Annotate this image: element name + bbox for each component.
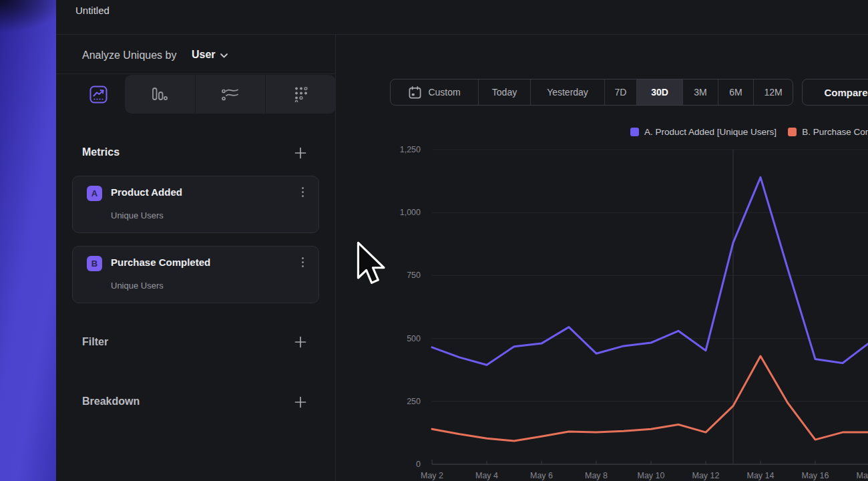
add-filter-button[interactable]	[294, 335, 307, 349]
legend-label: A. Product Added [Unique Users]	[644, 127, 777, 137]
metric-card-a[interactable]: A Product Added Unique Users	[72, 176, 319, 233]
range-30d[interactable]: 30D	[636, 79, 682, 105]
calendar-icon	[408, 86, 422, 100]
range-7d[interactable]: 7D	[604, 79, 636, 105]
analyze-by-dropdown[interactable]: User	[192, 49, 228, 61]
filter-section-title: Filter	[82, 336, 108, 348]
tab-retention[interactable]	[265, 75, 336, 114]
range-today[interactable]: Today	[478, 79, 530, 105]
chevron-down-icon	[220, 53, 228, 58]
range-6m[interactable]: 6M	[718, 79, 753, 105]
analyze-label: Analyze Uniques by	[82, 49, 176, 61]
range-12m[interactable]: 12M	[753, 79, 793, 105]
metric-name[interactable]: Purchase Completed	[111, 257, 210, 268]
bar-chart-icon	[152, 87, 168, 102]
metrics-section-title: Metrics	[82, 146, 120, 158]
metric-name[interactable]: Product Added	[111, 186, 182, 198]
legend-item-a[interactable]: A. Product Added [Unique Users]	[630, 127, 777, 137]
desktop-wallpaper-strip	[0, 0, 56, 481]
tab-flows[interactable]	[195, 75, 266, 114]
breakdown-section-title: Breakdown	[82, 395, 140, 408]
date-range-selector: Custom Today Yesterday 7D 30D 3M 6M 12M	[390, 79, 793, 106]
add-breakdown-button[interactable]	[294, 395, 307, 409]
metric-badge-a: A	[87, 186, 102, 201]
metric-aggregation[interactable]: Unique Users	[111, 281, 164, 291]
line-chart-icon	[89, 86, 107, 104]
metric-badge-b: B	[87, 256, 102, 271]
report-title[interactable]: Untitled	[75, 5, 110, 16]
range-custom[interactable]: Custom	[391, 79, 478, 105]
chart-type-tab-strip	[125, 75, 336, 114]
metric-aggregation[interactable]: Unique Users	[111, 210, 164, 220]
tab-line-chart[interactable]	[72, 75, 125, 114]
range-3m[interactable]: 3M	[682, 79, 718, 105]
range-yesterday[interactable]: Yesterday	[530, 79, 604, 105]
query-builder-panel: Analyze Uniques by User	[56, 35, 336, 481]
top-bar: Untitled	[56, 0, 868, 35]
compare-button[interactable]: Compare	[802, 79, 868, 106]
legend-item-b[interactable]: B. Purchase Completed [Unique Users]	[788, 127, 868, 137]
metric-menu-button[interactable]	[297, 187, 308, 200]
legend-label: B. Purchase Completed [Unique Users]	[802, 127, 868, 137]
legend-swatch-a	[630, 128, 639, 136]
tab-bar-chart[interactable]	[125, 75, 195, 114]
metric-menu-button[interactable]	[297, 257, 308, 271]
flows-icon	[222, 87, 239, 102]
metric-card-b[interactable]: B Purchase Completed Unique Users	[72, 246, 319, 303]
legend-swatch-b	[788, 128, 797, 136]
add-metric-button[interactable]	[294, 146, 307, 160]
retention-grid-icon	[294, 86, 308, 102]
chart-legend: A. Product Added [Unique Users] B. Purch…	[630, 127, 868, 137]
analyze-by-value: User	[192, 49, 216, 61]
analyze-row: Analyze Uniques by User	[56, 35, 336, 74]
app-window: Untitled Analyze Uniques by User	[56, 0, 868, 481]
